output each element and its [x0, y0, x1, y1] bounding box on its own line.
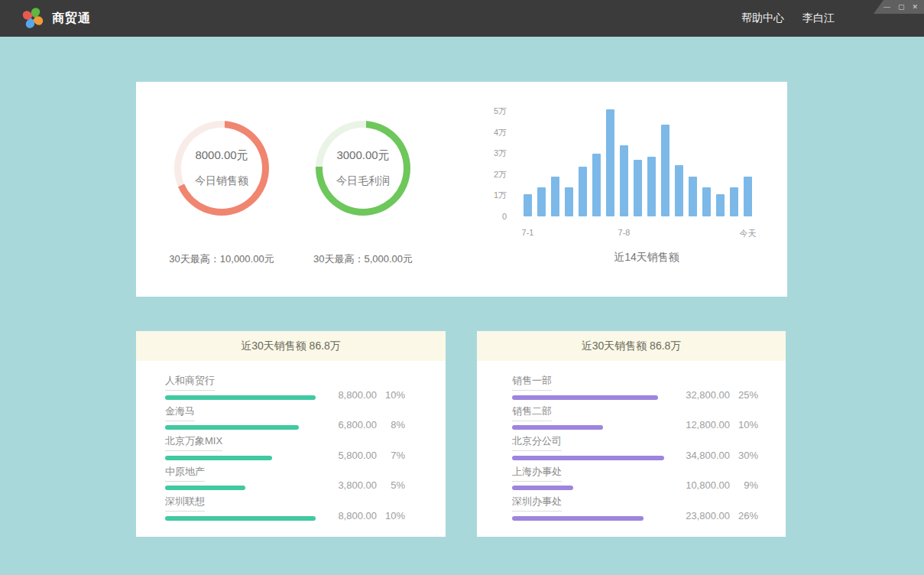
- ranking-bar: [165, 516, 316, 521]
- bar: [647, 157, 656, 216]
- ranking-bar: [512, 425, 603, 430]
- ranking-value: 6,800.008%: [323, 419, 405, 430]
- today-summary-card: 8000.00元 今日销售额 30天最高：10,000.00元 3000.00元…: [136, 82, 787, 297]
- ranking-value: 23,800.0026%: [676, 510, 758, 521]
- ranking-value: 34,800.0030%: [676, 450, 758, 461]
- app-header: 商贸通 帮助中心 李白江 — ▢ ✕: [0, 0, 924, 37]
- ranking-row: 上海办事处 10,800.009%: [512, 464, 786, 495]
- ranking-bar: [512, 456, 664, 460]
- ranking-percent: 10%: [730, 419, 758, 430]
- minimize-button[interactable]: —: [883, 0, 890, 14]
- user-menu[interactable]: 李白江: [802, 11, 835, 25]
- bar: [537, 187, 546, 217]
- donut-center: 8000.00元 今日销售额: [181, 128, 262, 209]
- ranking-percent: 30%: [730, 450, 758, 461]
- card-title: 近30天销售额 86.8万: [582, 339, 682, 352]
- bar: [551, 177, 559, 216]
- ranking-label[interactable]: 销售一部: [512, 374, 552, 391]
- ranking-value: 8,800.0010%: [323, 510, 405, 521]
- y-tick-label: 1万: [484, 190, 507, 200]
- ranking-value: 3,800.005%: [323, 479, 405, 491]
- ranking-value: 10,800.009%: [676, 479, 758, 491]
- bar: [592, 154, 601, 217]
- gauge-value: 8000.00元: [195, 148, 248, 163]
- ranking-label[interactable]: 金海马: [165, 404, 195, 421]
- gauge-footnote: 30天最高：5,000.00元: [294, 252, 432, 266]
- ranking-label[interactable]: 北京分公司: [512, 434, 562, 451]
- donut-ring-sales: 8000.00元 今日销售额: [174, 121, 269, 216]
- ranking-percent: 8%: [377, 419, 405, 430]
- gauge-label: 今日销售额: [195, 174, 248, 188]
- bar: [606, 109, 614, 216]
- ranking-amount: 8,800.00: [323, 510, 377, 521]
- gauge-label: 今日毛利润: [336, 174, 390, 188]
- bar: [565, 187, 573, 217]
- ranking-row: 中原地产 3,800.005%: [165, 464, 446, 495]
- ranking-amount: 32,800.00: [676, 389, 730, 401]
- x-tick-label: 今天: [740, 228, 757, 239]
- ranking-value: 8,800.0010%: [323, 389, 405, 401]
- ranking-percent: 9%: [730, 479, 758, 491]
- gauge-footnote: 30天最高：10,000.00元: [153, 252, 290, 266]
- header-nav: 帮助中心 李白江: [741, 0, 835, 37]
- bar: [661, 125, 669, 216]
- y-tick-label: 0: [484, 211, 507, 222]
- y-tick-label: 3万: [484, 148, 507, 158]
- ranking-percent: 10%: [377, 510, 405, 521]
- bar: [689, 177, 697, 216]
- window-controls: — ▢ ✕: [874, 0, 924, 14]
- department-ranking-list: 销售一部 32,800.0025% 销售二部 12,800.0010% 北京分公…: [477, 361, 786, 525]
- today-sales-gauge: 8000.00元 今日销售额 30天最高：10,000.00元: [153, 121, 290, 266]
- bar: [675, 165, 683, 216]
- ranking-row: 深圳联想 8,800.0010%: [165, 494, 446, 525]
- ranking-label[interactable]: 北京万象MIX: [165, 434, 222, 451]
- ranking-row: 销售一部 32,800.0025%: [512, 373, 786, 404]
- ranking-amount: 3,800.00: [323, 479, 377, 491]
- donut-ring-profit: 3000.00元 今日毛利润: [316, 121, 410, 216]
- ranking-bar: [165, 456, 272, 460]
- ranking-amount: 34,800.00: [676, 450, 730, 461]
- bar: [702, 187, 711, 217]
- ranking-percent: 26%: [730, 510, 758, 521]
- ranking-row: 深圳办事处 23,800.0026%: [512, 494, 786, 525]
- ranking-amount: 12,800.00: [676, 419, 730, 430]
- ranking-row: 北京分公司 34,800.0030%: [512, 434, 786, 464]
- help-center-link[interactable]: 帮助中心: [741, 11, 784, 25]
- ranking-percent: 10%: [377, 389, 405, 401]
- ranking-amount: 10,800.00: [676, 479, 730, 491]
- ranking-percent: 25%: [730, 389, 758, 401]
- ranking-label[interactable]: 中原地产: [165, 465, 205, 482]
- ranking-bar: [512, 395, 658, 400]
- ranking-label[interactable]: 深圳办事处: [512, 495, 562, 512]
- ranking-value: 5,800.007%: [323, 450, 405, 461]
- ranking-bar: [165, 425, 299, 430]
- y-tick-label: 2万: [484, 169, 507, 180]
- bar: [634, 160, 642, 216]
- close-button[interactable]: ✕: [912, 0, 918, 14]
- bar: [716, 194, 725, 216]
- ranking-label[interactable]: 上海办事处: [512, 465, 562, 482]
- ranking-row: 销售二部 12,800.0010%: [512, 404, 786, 434]
- ranking-row: 北京万象MIX 5,800.007%: [165, 434, 446, 464]
- ranking-percent: 5%: [377, 479, 405, 491]
- ranking-amount: 8,800.00: [323, 389, 377, 401]
- card-header: 近30天销售额 86.8万: [136, 331, 446, 361]
- bar: [524, 194, 532, 216]
- ranking-label[interactable]: 人和商贸行: [165, 374, 215, 391]
- bar: [620, 145, 628, 217]
- x-tick-label: 7-1: [522, 228, 534, 237]
- ranking-label[interactable]: 深圳联想: [165, 495, 205, 512]
- ranking-bar: [512, 486, 573, 490]
- ranking-bar: [165, 486, 245, 490]
- x-tick-label: 7-8: [618, 228, 631, 237]
- ranking-bar: [165, 395, 316, 400]
- department-ranking-card: 近30天销售额 86.8万 销售一部 32,800.0025% 销售二部 12,…: [477, 331, 786, 537]
- y-tick-label: 5万: [484, 106, 507, 116]
- ranking-amount: 6,800.00: [323, 419, 377, 430]
- bar-chart-bars: [524, 109, 757, 216]
- gauge-value: 3000.00元: [336, 148, 389, 163]
- ranking-label[interactable]: 销售二部: [512, 404, 552, 421]
- donut-center: 3000.00元 今日毛利润: [323, 128, 404, 209]
- today-profit-gauge: 3000.00元 今日毛利润 30天最高：5,000.00元: [294, 121, 432, 266]
- maximize-button[interactable]: ▢: [898, 0, 905, 14]
